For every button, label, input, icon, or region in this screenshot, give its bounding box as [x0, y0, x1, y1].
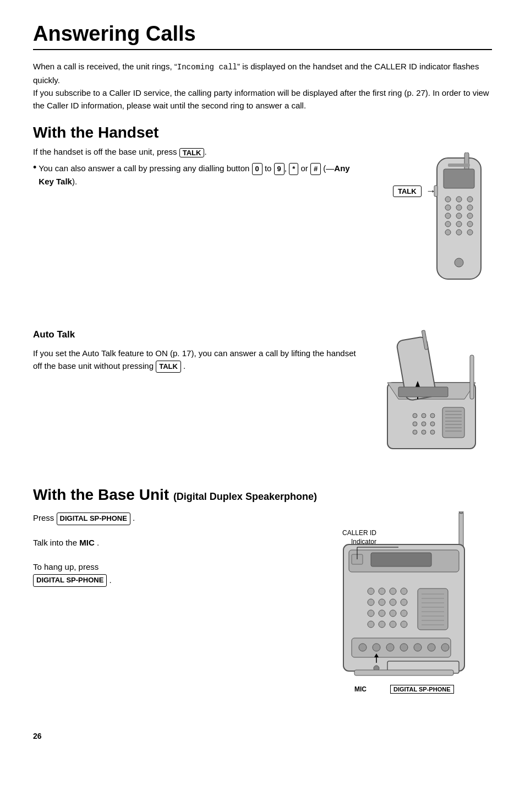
svg-point-29: [430, 413, 435, 418]
with-base-title: With the Base Unit (Digital Duplex Speak…: [33, 486, 492, 504]
svg-point-62: [390, 610, 396, 617]
svg-point-16: [445, 230, 451, 235]
auto-talk-svg: [371, 328, 492, 471]
svg-point-55: [401, 588, 407, 595]
page-title: Answering Calls: [33, 22, 492, 46]
base-unit-svg: [327, 511, 492, 715]
with-base-subtitle: (Digital Duplex Speakerphone): [173, 491, 317, 502]
svg-point-78: [359, 644, 367, 651]
auto-talk-desc: If you set the Auto Talk feature to ON (…: [33, 347, 360, 373]
base-step3: To hang up, press DIGITAL SP-PHONE .: [33, 560, 316, 587]
auto-talk-section: Auto Talk If you set the Auto Talk featu…: [33, 328, 492, 471]
svg-point-84: [441, 644, 449, 651]
title-divider: [33, 49, 492, 50]
talk-key: TALK: [179, 148, 205, 157]
svg-point-56: [368, 599, 374, 606]
talk-label-badge: TALK: [393, 186, 422, 197]
svg-rect-68: [418, 588, 448, 630]
svg-point-8: [456, 205, 462, 210]
svg-point-61: [379, 610, 385, 617]
svg-rect-3: [448, 164, 470, 167]
auto-talk-title: Auto Talk: [33, 328, 360, 342]
svg-point-64: [368, 621, 374, 628]
svg-point-4: [445, 197, 451, 202]
svg-rect-36: [442, 407, 464, 438]
svg-point-53: [379, 588, 385, 595]
svg-point-54: [390, 588, 396, 595]
svg-point-32: [430, 422, 435, 426]
bullet-text: You can also answer a call by pressing a…: [39, 162, 360, 188]
svg-point-34: [422, 430, 426, 434]
svg-point-31: [422, 422, 426, 426]
svg-point-28: [422, 413, 426, 418]
base-text: Press DIGITAL SP-PHONE . Talk into the M…: [33, 511, 327, 715]
svg-point-47: [459, 511, 463, 514]
with-handset-section: With the Handset If the handset is off t…: [33, 124, 492, 318]
intro-paragraph: When a call is received, the unit rings,…: [33, 60, 492, 112]
digital-sp-phone-key-1: DIGITAL SP-PHONE: [57, 513, 130, 525]
svg-point-58: [390, 599, 396, 606]
key-star: *: [289, 163, 298, 175]
svg-point-57: [379, 599, 385, 606]
svg-point-17: [456, 230, 462, 235]
svg-point-33: [413, 430, 417, 434]
svg-rect-2: [444, 169, 474, 188]
handset-image-area: TALK →: [371, 147, 492, 318]
svg-point-52: [368, 588, 374, 595]
svg-rect-50: [371, 553, 431, 566]
svg-point-9: [467, 205, 473, 210]
bullet-dot: •: [33, 162, 36, 174]
intro-text1: When a call is received, the unit rings,…: [33, 62, 177, 71]
svg-point-27: [413, 413, 417, 418]
auto-talk-image: [371, 328, 492, 471]
svg-point-83: [428, 644, 435, 651]
digital-sp-phone-key-2: DIGITAL SP-PHONE: [33, 574, 107, 587]
svg-point-5: [456, 197, 462, 202]
bullet-any-key: • You can also answer a call by pressing…: [33, 162, 360, 188]
with-base-section: With the Base Unit (Digital Duplex Speak…: [33, 486, 492, 715]
handset-svg: [404, 152, 514, 318]
base-step2: Talk into the MIC .: [33, 536, 316, 549]
talk-arrow: →: [426, 186, 436, 197]
svg-point-7: [445, 205, 451, 210]
base-step1: Press DIGITAL SP-PHONE .: [33, 511, 316, 525]
svg-point-59: [401, 599, 407, 606]
svg-point-81: [400, 644, 408, 651]
with-handset-text: If the handset is off the base unit, pre…: [33, 147, 371, 318]
key-hash: #: [310, 163, 321, 175]
svg-point-60: [368, 610, 374, 617]
svg-point-35: [430, 430, 435, 434]
svg-point-80: [386, 644, 394, 651]
svg-point-13: [445, 221, 451, 227]
svg-point-82: [414, 644, 422, 651]
key-0: 0: [252, 163, 262, 175]
svg-point-65: [379, 621, 385, 628]
auto-talk-text: Auto Talk If you set the Auto Talk featu…: [33, 328, 371, 471]
handset-desc1: If the handset is off the base unit, pre…: [33, 147, 360, 157]
mic-bold: MIC: [79, 538, 95, 547]
svg-rect-45: [398, 387, 448, 397]
with-handset-title: With the Handset: [33, 124, 492, 141]
svg-point-79: [373, 644, 380, 651]
base-content: Press DIGITAL SP-PHONE . Talk into the M…: [33, 511, 492, 715]
svg-point-10: [445, 213, 451, 219]
svg-point-12: [467, 213, 473, 219]
auto-talk-key: TALK: [156, 361, 181, 373]
svg-point-63: [401, 610, 407, 617]
svg-rect-91: [354, 670, 453, 675]
intro-code: Incoming call: [177, 63, 237, 72]
svg-rect-44: [470, 355, 474, 399]
svg-point-19: [455, 258, 463, 267]
intro-text2: If you subscribe to a Caller ID service,…: [33, 88, 489, 110]
svg-point-15: [467, 221, 473, 227]
svg-point-6: [467, 197, 473, 202]
svg-point-30: [413, 422, 417, 426]
base-image-area: CALLER ID Indicator MIC DIGITAL SP-PHONE: [327, 511, 492, 715]
page-number: 26: [33, 732, 492, 740]
svg-point-67: [401, 621, 407, 628]
key-9: 9: [274, 163, 285, 175]
svg-point-66: [390, 621, 396, 628]
svg-point-18: [467, 230, 473, 235]
svg-point-14: [456, 221, 462, 227]
svg-point-11: [456, 213, 462, 219]
